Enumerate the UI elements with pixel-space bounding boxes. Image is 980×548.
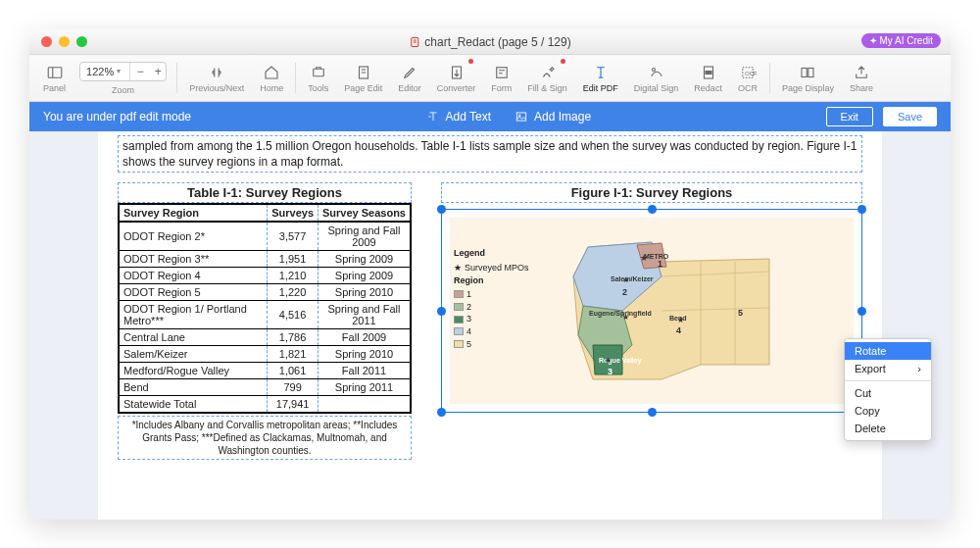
svg-rect-11 [802, 68, 807, 76]
svg-text:★: ★ [677, 316, 684, 324]
svg-text:Eugene/Springfield: Eugene/Springfield [589, 310, 652, 318]
table-row[interactable]: Medford/Rogue Valley1,061Fall 2011 [119, 363, 411, 379]
table-row[interactable]: ODOT Region 2*3,577Spring and Fall 2009 [119, 222, 411, 251]
app-window: chart_Redact (page 5 / 129) ✦ My AI Cred… [29, 29, 951, 520]
edit-pdf-button[interactable]: Edit PDF [575, 55, 626, 101]
table-row[interactable]: Central Lane1,786Fall 2009 [119, 329, 411, 346]
svg-point-6 [652, 68, 655, 71]
minimize-icon[interactable] [59, 36, 70, 47]
redact-button[interactable]: Redact [686, 55, 730, 101]
add-image-button[interactable]: Add Image [514, 110, 591, 124]
zoom-in-button[interactable]: + [150, 63, 166, 80]
context-menu: Rotate Export› Cut Copy Delete [844, 338, 932, 441]
menu-rotate[interactable]: Rotate [845, 342, 931, 360]
svg-text:★: ★ [622, 275, 629, 284]
window-title: chart_Redact (page 5 / 129) [409, 35, 570, 49]
svg-text:★: ★ [640, 253, 648, 263]
home-button[interactable]: Home [252, 55, 291, 101]
svg-text:1: 1 [658, 259, 662, 269]
menu-delete[interactable]: Delete [845, 420, 931, 437]
maximize-icon[interactable] [76, 36, 87, 47]
svg-rect-2 [313, 69, 323, 76]
digital-sign-button[interactable]: Digital Sign [626, 55, 687, 101]
svg-text:OCR: OCR [745, 71, 757, 76]
titlebar: chart_Redact (page 5 / 129) ✦ My AI Cred… [29, 29, 951, 55]
table-row[interactable]: Statewide Total17,941 [119, 396, 411, 414]
resize-handle[interactable] [648, 205, 657, 214]
page-display-button[interactable]: Page Display [774, 55, 842, 101]
table-row[interactable]: Salem/Keizer1,821Spring 2010 [119, 346, 411, 363]
table-row[interactable]: ODOT Region 51,220Spring 2010 [119, 284, 411, 301]
form-button[interactable]: Form [483, 55, 519, 101]
paragraph-block[interactable]: sampled from among the 1.5 million Orego… [118, 135, 862, 173]
zoom-label: Zoom [112, 85, 134, 95]
table-footnote[interactable]: *Includes Albany and Corvallis metropoli… [118, 416, 412, 460]
svg-text:2: 2 [622, 287, 627, 297]
svg-text:4: 4 [676, 325, 681, 335]
svg-text:3: 3 [608, 367, 612, 376]
svg-text:5: 5 [738, 308, 743, 318]
table-row[interactable]: ODOT Region 1/ Portland Metro***4,516Spr… [119, 301, 411, 329]
share-button[interactable]: Share [842, 55, 881, 101]
map-image: METRO 1 Salem/Keizer 2 Eugene/Springfiel… [450, 218, 854, 404]
prev-next-button[interactable]: Previous/Next [181, 55, 252, 101]
resize-handle[interactable] [858, 307, 866, 316]
close-icon[interactable] [41, 36, 52, 47]
resize-handle[interactable] [437, 307, 446, 316]
table-caption[interactable]: Table I-1: Survey Regions [118, 182, 412, 203]
svg-rect-13 [516, 113, 525, 121]
panel-button[interactable]: Panel [35, 55, 74, 101]
svg-rect-8 [706, 71, 711, 74]
exit-button[interactable]: Exit [826, 107, 873, 126]
table-row[interactable]: ODOT Region 3**1,951Spring 2009 [119, 251, 411, 268]
fill-sign-button[interactable]: Fill & Sign [519, 55, 575, 101]
menu-export[interactable]: Export› [845, 360, 931, 377]
svg-rect-1 [48, 67, 62, 77]
toolbar: Panel 122%▾ − + Zoom Previous/Next Home … [29, 55, 951, 102]
resize-handle[interactable] [437, 205, 446, 214]
document-viewport[interactable]: sampled from among the 1.5 million Orego… [29, 131, 951, 520]
selected-image-frame[interactable]: METRO 1 Salem/Keizer 2 Eugene/Springfiel… [441, 209, 862, 413]
window-controls [41, 36, 87, 47]
ai-credit-badge[interactable]: ✦ My AI Credit [861, 33, 941, 48]
editor-button[interactable]: Editor [390, 55, 429, 101]
pdf-page: sampled from among the 1.5 million Orego… [98, 131, 882, 520]
svg-text:★: ★ [622, 313, 629, 322]
ocr-button[interactable]: OCROCR [730, 55, 765, 101]
survey-table[interactable]: Survey RegionSurveysSurvey Seasons ODOT … [118, 203, 412, 414]
converter-button[interactable]: Converter [429, 55, 484, 101]
add-text-button[interactable]: Add Text [426, 110, 491, 124]
page-edit-button[interactable]: Page Edit [336, 55, 390, 101]
table-row[interactable]: Bend799Spring 2011 [119, 379, 411, 396]
menu-cut[interactable]: Cut [845, 384, 931, 402]
document-icon [409, 36, 420, 48]
edit-mode-bar: You are under pdf edit mode Add Text Add… [29, 102, 951, 131]
svg-text:★: ★ [605, 356, 612, 365]
resize-handle[interactable] [437, 408, 446, 417]
save-button[interactable]: Save [883, 107, 937, 126]
svg-rect-12 [808, 68, 813, 76]
figure-caption[interactable]: Figure I-1: Survey Regions [441, 182, 862, 203]
table-row[interactable]: ODOT Region 41,210Spring 2009 [119, 268, 411, 284]
chevron-right-icon: › [917, 363, 921, 374]
menu-copy[interactable]: Copy [845, 402, 931, 420]
zoom-value[interactable]: 122%▾ [80, 63, 130, 80]
tools-button[interactable]: Tools [300, 55, 336, 101]
zoom-out-button[interactable]: − [132, 63, 148, 80]
resize-handle[interactable] [648, 408, 657, 417]
svg-text:Salem/Keizer: Salem/Keizer [611, 275, 654, 282]
zoom-group: 122%▾ − + Zoom [74, 55, 172, 101]
map-legend: Legend ★Surveyed MPOs Region 1 2 3 4 5 [454, 247, 529, 350]
resize-handle[interactable] [858, 205, 866, 214]
edit-mode-message: You are under pdf edit mode [43, 110, 191, 124]
svg-rect-5 [497, 67, 508, 77]
